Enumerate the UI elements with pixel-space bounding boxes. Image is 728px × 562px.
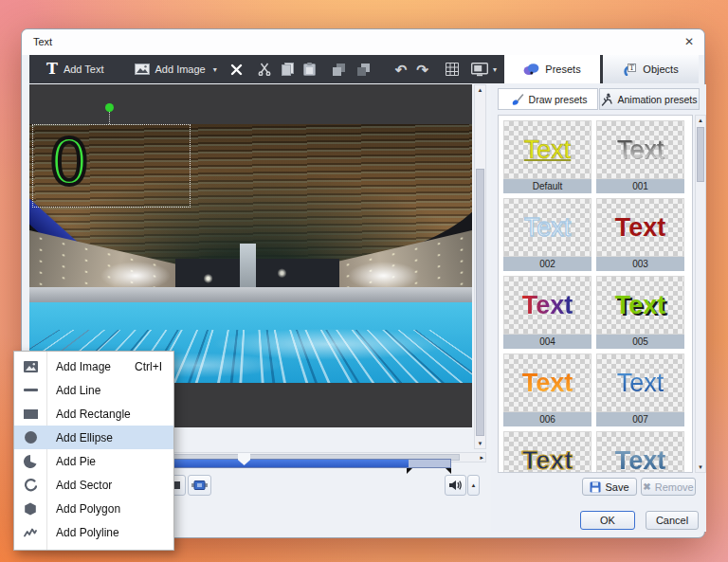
preset-thumbnail: Text [596, 120, 684, 179]
window-title: Text [33, 36, 52, 47]
save-label: Save [605, 481, 628, 493]
preset-item-003[interactable]: Text 003 [596, 198, 684, 271]
send-backward-button[interactable] [357, 63, 371, 76]
preset-label: 003 [596, 257, 684, 271]
monitor-icon [471, 63, 488, 77]
close-button[interactable]: ✕ [684, 35, 694, 48]
volume-button[interactable] [445, 475, 466, 496]
tab-presets[interactable]: Presets [504, 55, 600, 83]
rotation-handle[interactable] [105, 103, 114, 112]
frame-capture-icon [191, 480, 208, 491]
add-text-button[interactable]: T Add Text [46, 62, 104, 77]
scroll-down-icon[interactable]: ▼ [475, 441, 485, 446]
remove-button[interactable]: ✖ Remove [641, 478, 696, 496]
delete-x-icon [230, 63, 243, 76]
svg-text:T: T [629, 63, 634, 72]
preset-label: 002 [503, 257, 592, 271]
preset-thumbnail: Text [596, 354, 684, 412]
preset-thumbnail: Text [503, 198, 592, 257]
tab-objects[interactable]: T Objects [603, 55, 699, 83]
preset-item-partial-1[interactable]: Text [503, 431, 592, 473]
preview-vertical-scrollbar[interactable]: ▲ ▼ [474, 84, 486, 449]
brush-icon [509, 93, 524, 106]
preset-item-default[interactable]: Text Default [503, 120, 592, 193]
running-man-icon [601, 93, 612, 106]
paste-button[interactable] [303, 63, 316, 76]
tab-presets-label: Presets [545, 63, 580, 75]
delete-button[interactable] [230, 63, 243, 76]
preset-item-007[interactable]: Text 007 [596, 354, 684, 426]
display-mode-dropdown[interactable]: ▾ [493, 65, 497, 74]
display-mode-button[interactable] [471, 63, 488, 77]
presets-icon [523, 63, 539, 76]
copy-button[interactable] [282, 63, 294, 76]
menu-item-add-sector[interactable]: Add Sector [14, 473, 173, 497]
menu-item-add-pie[interactable]: Add Pie [14, 449, 173, 473]
save-button[interactable]: Save [582, 478, 637, 496]
add-text-label: Add Text [64, 63, 104, 75]
preset-label: Default [503, 179, 592, 193]
frame-capture-button[interactable] [188, 475, 211, 496]
preset-thumbnail: Text [503, 354, 592, 412]
bring-forward-button[interactable] [333, 63, 346, 76]
title-bar: Text ✕ [22, 29, 704, 55]
redo-button[interactable]: ↷ [416, 63, 428, 77]
add-image-button[interactable]: Add Image [135, 63, 206, 75]
cancel-button[interactable]: Cancel [646, 511, 699, 530]
copy-icon [282, 63, 294, 76]
presets-scrollbar[interactable]: ▲ ▼ [695, 115, 706, 473]
add-image-dropdown[interactable]: ▾ [213, 65, 217, 74]
preset-label: 001 [596, 179, 684, 193]
menu-item-add-rectangle[interactable]: Add Rectangle [14, 402, 173, 426]
scroll-up-icon[interactable]: ▲ [475, 87, 485, 93]
presets-panel: Draw presets Animation presets Text Defa… [491, 84, 706, 532]
image-icon [14, 361, 46, 372]
pie-icon [14, 455, 46, 468]
subtab-animation-label: Animation presets [617, 94, 697, 105]
volume-dropdown-button[interactable]: ▲ [467, 475, 480, 496]
preset-label: 005 [596, 335, 684, 349]
bring-forward-icon [333, 63, 346, 76]
preset-item-006[interactable]: Text 006 [503, 354, 592, 426]
preview-vscroll-thumb[interactable] [476, 169, 484, 436]
polyline-icon [14, 527, 46, 538]
grid-button[interactable] [446, 63, 459, 76]
presets-scroll-thumb[interactable] [697, 127, 704, 182]
preset-item-partial-2[interactable]: Text [596, 431, 684, 473]
scissors-icon [258, 63, 271, 76]
preset-item-001[interactable]: Text 001 [596, 120, 684, 193]
context-menu: Add Image Ctrl+I Add Line Add Rectangle … [13, 351, 174, 551]
send-backward-icon [357, 63, 371, 76]
ok-button[interactable]: OK [580, 511, 635, 530]
preset-label: 004 [503, 335, 592, 349]
scroll-right-icon[interactable]: ▸ [480, 454, 483, 462]
timeline-range-start-marker[interactable] [407, 468, 412, 474]
rotation-handle-line [109, 112, 110, 124]
preset-label: 006 [503, 412, 592, 426]
menu-item-add-polyline[interactable]: Add Polyline [14, 520, 173, 544]
menu-item-add-line[interactable]: Add Line [14, 378, 173, 402]
preset-item-002[interactable]: Text 002 [503, 198, 592, 271]
menu-item-add-polygon[interactable]: Add Polygon [14, 497, 173, 520]
text-icon: T [46, 62, 58, 77]
overlay-text-object[interactable]: 0 [49, 126, 89, 200]
preset-item-005[interactable]: Text 005 [596, 276, 684, 349]
scroll-down-icon[interactable]: ▼ [696, 464, 705, 470]
cut-button[interactable] [258, 63, 271, 76]
tab-objects-label: Objects [643, 63, 678, 75]
preset-grid: Text Default Text 001 Text 002 Text 003 … [498, 115, 693, 473]
subtab-animation-presets[interactable]: Animation presets [599, 88, 700, 110]
scroll-up-icon[interactable]: ▲ [696, 118, 705, 123]
undo-button[interactable]: ↶ [395, 63, 408, 77]
preset-label: 007 [596, 412, 684, 426]
menu-item-add-ellipse[interactable]: Add Ellipse [14, 426, 173, 449]
menu-shortcut: Ctrl+I [135, 360, 162, 373]
preset-thumbnail: Text [596, 198, 684, 257]
add-image-label: Add Image [155, 63, 206, 75]
timeline-range-end-marker[interactable] [446, 468, 451, 474]
menu-item-add-image[interactable]: Add Image Ctrl+I [14, 354, 173, 378]
polygon-icon [14, 502, 46, 516]
subtab-draw-presets[interactable]: Draw presets [498, 88, 598, 110]
speaker-icon [448, 480, 463, 491]
preset-item-004[interactable]: Text 004 [503, 276, 592, 349]
